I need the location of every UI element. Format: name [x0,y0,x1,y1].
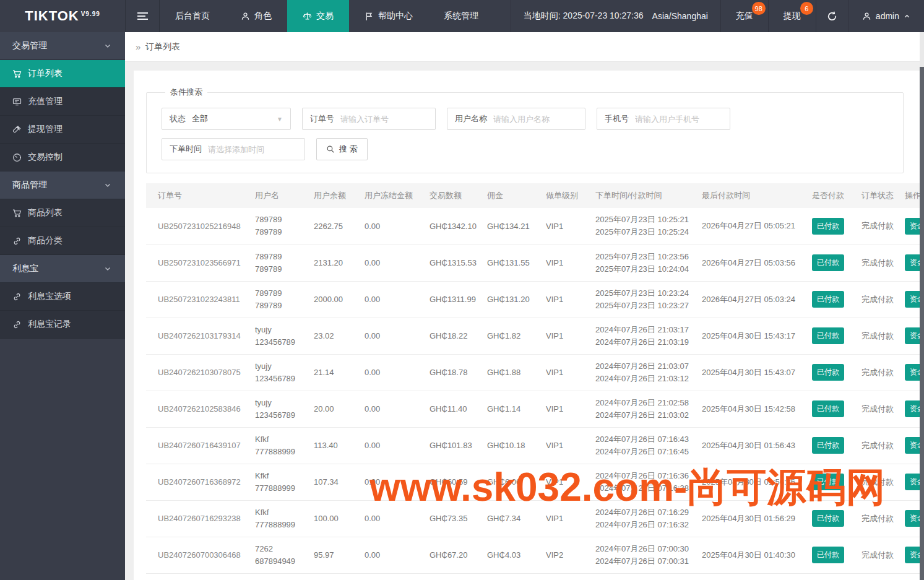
app-window: TIKTOKV9.99 后台首页角色交易帮助中心系统管理 当地时间: 2025-… [0,0,924,580]
nav-item[interactable]: 后台首页 [160,0,225,32]
order-time-label: 下单时间 [170,144,202,155]
column-header: 订单号 [146,183,248,208]
paid-status-badge: 已付款 [812,364,844,381]
vertical-scrollbar[interactable] [920,32,924,580]
search-icon [326,145,335,154]
sidebar-item[interactable]: 交易控制 [0,144,125,171]
paid-status-badge: 已付款 [812,547,844,563]
amount-cell: GH₵11.40 [422,391,480,427]
order-no-cell: UB2407262103179314 [146,318,248,354]
paid-cell: 已付款 [805,500,854,537]
sidebar-item-label: 充值管理 [28,96,63,107]
sidebar-item[interactable]: 提现管理 [0,116,125,144]
chevron-down-icon [104,181,111,189]
commission-cell: GH₵131.20 [480,281,538,318]
sidebar-item[interactable]: 充值管理 [0,88,125,116]
paid-cell: 已付款 [805,208,854,245]
search-button[interactable]: 搜 索 [316,138,368,160]
level-cell: VIP1 [538,464,588,500]
funds-detail-button[interactable]: 资金 [905,400,920,417]
funds-detail-button[interactable]: 资金 [905,437,920,454]
sidebar-item[interactable]: 订单列表 [0,60,125,88]
sidebar-item[interactable]: 商品分类 [0,227,125,255]
sidebar-group-header[interactable]: 利息宝 [0,255,125,283]
amount-cell: GH₵67.20 [422,537,480,573]
paid-status-badge: 已付款 [812,291,844,308]
withdraw-button[interactable]: 提现 6 [768,0,816,32]
withdraw-count-badge: 6 [800,2,813,15]
action-cell: 资金 [897,500,920,537]
nav-item[interactable]: 帮助中心 [349,0,428,32]
commission-cell: GH₵4.03 [480,537,538,573]
recharge-count-badge: 98 [752,2,766,15]
sidebar-group-header[interactable]: 交易管理 [0,32,125,60]
nav-item[interactable]: 角色 [225,0,287,32]
sidebar-toggle-button[interactable] [125,0,160,32]
paid-cell: 已付款 [805,318,854,354]
funds-detail-button[interactable]: 资金 [905,510,920,527]
user-cell: 789789789789 [248,245,306,281]
level-cell: VIP1 [538,427,588,464]
balance-cell: 21.14 [306,354,357,391]
order-status-cell: 完成付款 [854,464,897,500]
order-time-field: 下单时间 [162,138,305,160]
chevron-down-icon [104,42,111,50]
frozen-cell: 0.00 [357,427,422,464]
frozen-cell: 0.00 [357,318,422,354]
link-icon [12,236,22,246]
nav-item[interactable]: 系统管理 [428,0,494,32]
funds-detail-button[interactable]: 资金 [905,254,920,271]
logo-text: TIKTOK [25,8,79,24]
table-row: UB2407262102583846tyujy12345678920.000.0… [146,391,920,427]
order-status-cell: 完成付款 [854,537,897,573]
cart-icon [12,69,22,79]
top-bar: TIKTOKV9.99 后台首页角色交易帮助中心系统管理 当地时间: 2025-… [0,0,924,32]
funds-detail-button[interactable]: 资金 [905,547,920,563]
funds-detail-button[interactable]: 资金 [905,474,920,490]
sidebar-item-label: 利息宝选项 [28,291,71,302]
status-select[interactable]: 状态 全部 [162,108,291,130]
nav-item[interactable]: 交易 [287,0,349,32]
sidebar-item[interactable]: 利息宝选项 [0,283,125,311]
order-no-input[interactable] [340,115,433,124]
level-cell: VIP1 [538,245,588,281]
frozen-cell: 0.00 [357,245,422,281]
funds-detail-button[interactable]: 资金 [905,327,920,344]
phone-label: 手机号 [605,113,629,124]
filter-panel: 条件搜索 状态 全部 订单号 [146,87,904,173]
action-cell: 资金 [897,427,920,464]
amount-cell: GH₵18.78 [422,354,480,391]
funds-detail-button[interactable]: 资金 [905,218,920,235]
commission-cell: GH₵1.14 [480,391,538,427]
user-cell: Kfkf777888999 [248,500,306,537]
last-pay-time-cell: 2026年04月27日 05:03:56 [694,245,805,281]
sidebar-item[interactable]: 商品列表 [0,199,125,227]
user-name-input[interactable] [493,115,586,124]
column-header: 佣金 [480,183,538,208]
sidebar-item-label: 商品列表 [28,207,63,219]
sidebar-group-label: 商品管理 [12,180,47,191]
sidebar-group-label: 交易管理 [12,40,47,51]
user-name-field: 用户名称 [447,108,585,130]
user-menu-button[interactable]: admin [848,0,924,32]
order-no-cell: UB2407260700306468 [146,537,248,573]
funds-detail-button[interactable]: 资金 [905,364,920,381]
recharge-button[interactable]: 充值 98 [720,0,768,32]
order-status-cell: 完成付款 [854,245,897,281]
sidebar-item[interactable]: 利息宝记录 [0,311,125,339]
cart-icon [12,209,22,218]
order-time-input[interactable] [208,145,301,154]
paid-cell: 已付款 [805,573,854,580]
amount-cell: GH₵1311.99 [422,281,480,318]
commission-cell: GH₵10.18 [480,427,538,464]
phone-input[interactable] [635,115,722,124]
order-time-cell: 2024年07月26日 07:00:302024年07月26日 07:00:31 [588,537,694,573]
level-cell: VIP1 [538,318,588,354]
scrollbar-thumb[interactable] [920,67,924,580]
refresh-button[interactable] [816,0,848,32]
username-text: admin [876,11,899,21]
funds-detail-button[interactable]: 资金 [905,291,920,308]
last-pay-time-cell: 2025年04月30日 01:40:30 [694,537,805,573]
sidebar-group-header[interactable]: 商品管理 [0,171,125,199]
table-row: UB2407262103078075tyujy12345678921.140.0… [146,354,920,391]
